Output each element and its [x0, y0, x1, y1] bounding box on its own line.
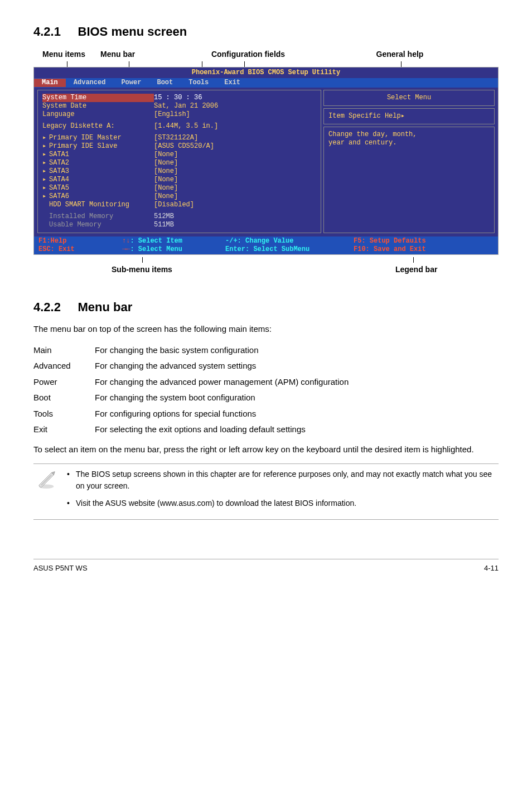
field-sata4-value[interactable]: [None]: [154, 176, 178, 184]
def-val: For changing the system boot configurati…: [95, 390, 499, 406]
menu-main[interactable]: Main: [34, 79, 66, 87]
footer-left: ASUS P5NT WS: [33, 563, 88, 574]
menu-definitions-table: MainFor changing the basic system config…: [33, 342, 499, 438]
def-key: Main: [33, 342, 95, 359]
section-title-text: Menu bar: [78, 300, 133, 314]
bios-screenshot: Phoenix-Award BIOS CMOS Setup Utility Ma…: [33, 67, 499, 255]
field-usable-memory-label: Usable Memory: [49, 221, 101, 229]
field-sata1-label[interactable]: SATA1: [49, 151, 69, 158]
def-val: For changing the advanced power manageme…: [95, 374, 499, 390]
note-item: Visit the ASUS website (www.asus.com) to…: [65, 497, 496, 509]
select-menu-label: Select Menu: [323, 90, 495, 106]
def-key: Exit: [33, 422, 95, 438]
page-footer: ASUS P5NT WS 4-11: [33, 559, 499, 574]
table-row: ToolsFor configuring options for special…: [33, 406, 499, 422]
menu-advanced[interactable]: Advanced: [66, 79, 114, 87]
menu-power[interactable]: Power: [113, 79, 149, 87]
field-primary-ide-master-label[interactable]: Primary IDE Master: [49, 134, 122, 142]
section-heading-421: 4.2.1 BIOS menu screen: [33, 22, 499, 41]
select-instruction: To select an item on the menu bar, press…: [33, 443, 499, 456]
legend-f1-help: F1:Help: [38, 237, 66, 245]
field-sata2-value[interactable]: [None]: [154, 159, 178, 167]
field-sata5-value[interactable]: [None]: [154, 184, 178, 192]
annot-config-fields: Configuration fields: [178, 49, 318, 60]
def-key: Power: [33, 374, 95, 390]
bios-title-bar: Phoenix-Award BIOS CMOS Setup Utility: [34, 67, 498, 78]
submenu-arrow-icon: ▸: [42, 134, 49, 142]
submenu-arrow-icon: ▸: [42, 151, 49, 159]
field-hdd-smart-value[interactable]: [Disabled]: [154, 201, 194, 209]
submenu-arrow-icon: ▸: [42, 159, 49, 167]
menu-exit[interactable]: Exit: [216, 79, 248, 87]
field-system-date-value[interactable]: Sat, Jan 21 2006: [154, 102, 218, 110]
annot-general-help: General help: [318, 49, 499, 60]
legend-select-item: : Select Item: [130, 237, 182, 245]
field-sata3-label[interactable]: SATA3: [49, 167, 69, 175]
bios-legend-bar: F1:Help ESC: Exit ↑↓: Select Item →←: Se…: [34, 236, 498, 254]
menu-tools[interactable]: Tools: [181, 79, 216, 87]
field-hdd-smart-label[interactable]: HDD SMART Monitoring: [49, 201, 129, 209]
field-language-label[interactable]: Language: [42, 110, 154, 119]
field-usable-memory-value: 511MB: [154, 221, 174, 229]
annot-submenu-items: Sub-menu items: [112, 264, 172, 276]
table-row: PowerFor changing the advanced power man…: [33, 374, 499, 390]
field-primary-ide-slave-label[interactable]: Primary IDE Slave: [49, 142, 117, 150]
bios-body: System Time15 : 30 : 36 System DateSat, …: [34, 88, 498, 236]
field-legacy-diskette-value[interactable]: [1.44M, 3.5 in.]: [154, 122, 218, 131]
section-heading-422: 4.2.2 Menu bar: [33, 298, 499, 316]
submenu-arrow-icon: ▸: [42, 184, 49, 192]
legend-change-value: -/+: Change Value: [225, 237, 293, 245]
bios-title-left: Phoenix-Award BIOS: [192, 69, 264, 76]
field-sata2-label[interactable]: SATA2: [49, 159, 69, 167]
field-system-time-label[interactable]: System Time: [42, 94, 154, 102]
table-row: MainFor changing the basic system config…: [33, 342, 499, 359]
annot-menu-items: Menu items: [33, 49, 100, 60]
annot-ticks-bottom: [33, 257, 499, 263]
def-key: Tools: [33, 406, 95, 422]
field-legacy-diskette-label[interactable]: Legacy Diskette A:: [42, 122, 154, 131]
menu-boot[interactable]: Boot: [149, 79, 181, 87]
section-number: 4.2.1: [33, 25, 61, 38]
def-val: For selecting the exit options and loadi…: [95, 422, 499, 438]
table-row: AdvancedFor changing the advanced system…: [33, 358, 499, 374]
legend-f5-defaults: F5: Setup Defaults: [354, 237, 426, 245]
field-language-value[interactable]: [English]: [154, 110, 190, 119]
submenu-arrow-icon: ▸: [42, 142, 49, 151]
field-sata6-label[interactable]: SATA6: [49, 192, 69, 200]
footer-right: 4-11: [484, 563, 499, 574]
bios-menu-bar[interactable]: Main Advanced Power Boot Tools Exit: [34, 78, 498, 88]
bios-right-panel: Select Menu Item Specific Help▸ Change t…: [323, 90, 495, 233]
table-row: BootFor changing the system boot configu…: [33, 390, 499, 406]
field-sata1-value[interactable]: [None]: [154, 151, 178, 159]
def-val: For configuring options for special func…: [95, 406, 499, 422]
bios-left-panel: System Time15 : 30 : 36 System DateSat, …: [37, 90, 321, 233]
field-primary-ide-slave-value[interactable]: [ASUS CDS520/A]: [154, 142, 214, 151]
def-val: For changing the advanced system setting…: [95, 358, 499, 374]
submenu-arrow-icon: ▸: [42, 192, 49, 201]
legend-enter-submenu: Enter: Select SubMenu: [225, 245, 309, 253]
section-number: 4.2.2: [33, 300, 61, 314]
svg-line-3: [41, 475, 52, 485]
item-specific-help-header: Item Specific Help▸: [323, 108, 495, 124]
field-primary-ide-master-value[interactable]: [ST321122A]: [154, 134, 198, 142]
annot-legend-bar: Legend bar: [395, 264, 437, 276]
def-key: Boot: [33, 390, 95, 406]
field-sata3-value[interactable]: [None]: [154, 167, 178, 176]
legend-f10-save: F10: Save and Exit: [354, 245, 426, 253]
field-installed-memory-label: Installed Memory: [49, 212, 113, 220]
field-sata6-value[interactable]: [None]: [154, 192, 178, 201]
def-key: Advanced: [33, 358, 95, 374]
pencil-note-icon: [36, 468, 57, 494]
field-system-time-value[interactable]: 15 : 30 : 36: [154, 94, 202, 102]
field-sata4-label[interactable]: SATA4: [49, 176, 69, 183]
bios-top-annotations: Menu items Menu bar Configuration fields…: [33, 49, 499, 60]
field-sata5-label[interactable]: SATA5: [49, 184, 69, 192]
submenu-arrow-icon: ▸: [42, 167, 49, 176]
bios-title-right: CMOS Setup Utility: [268, 69, 341, 76]
note-box: The BIOS setup screens shown in this cha…: [33, 463, 499, 520]
field-system-date-label[interactable]: System Date: [42, 102, 154, 110]
annot-ticks-top: [33, 61, 499, 67]
legend-arrows-lr-icon: →←: [122, 245, 130, 253]
note-item: The BIOS setup screens shown in this cha…: [65, 468, 496, 492]
legend-select-menu: : Select Menu: [130, 245, 182, 253]
